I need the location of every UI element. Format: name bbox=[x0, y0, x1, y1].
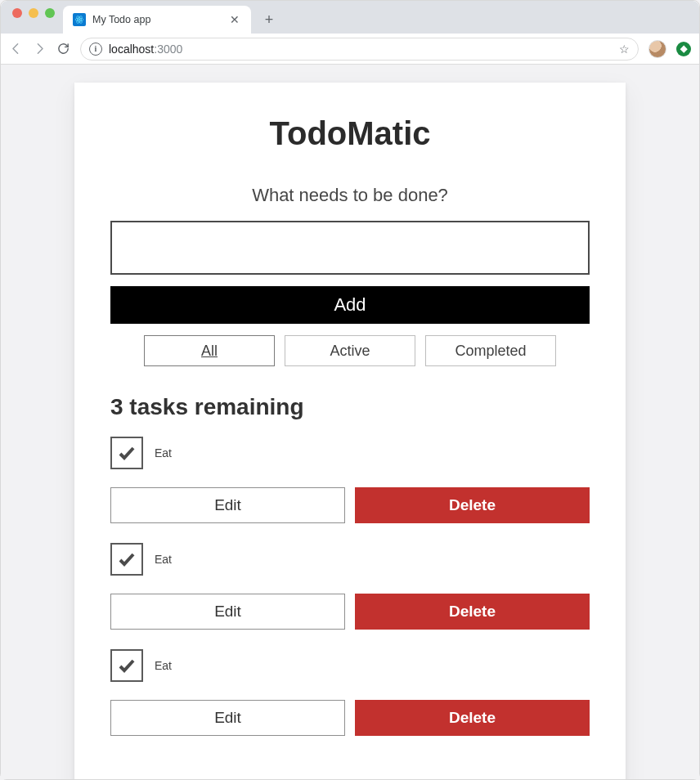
todo-item: Eat Edit Delete bbox=[110, 432, 590, 538]
edit-button[interactable]: Edit bbox=[110, 487, 345, 523]
tab-close-icon[interactable]: ✕ bbox=[228, 13, 241, 26]
edit-button[interactable]: Edit bbox=[110, 700, 345, 736]
profile-avatar-icon[interactable] bbox=[648, 40, 666, 58]
app-card: TodoMatic What needs to be done? Add All… bbox=[74, 83, 626, 779]
window-minimize-icon[interactable] bbox=[29, 8, 38, 18]
extension-icon[interactable]: ◆ bbox=[676, 42, 691, 56]
address-bar[interactable]: i localhost:3000 ☆ bbox=[80, 38, 639, 61]
delete-button[interactable]: Delete bbox=[355, 700, 590, 736]
forward-button[interactable] bbox=[33, 42, 47, 56]
window-close-icon[interactable] bbox=[12, 8, 22, 18]
todo-label: Eat bbox=[155, 553, 172, 566]
back-button[interactable] bbox=[9, 42, 23, 56]
svg-point-3 bbox=[79, 19, 80, 20]
todo-checkbox[interactable] bbox=[110, 649, 143, 682]
bookmark-star-icon[interactable]: ☆ bbox=[619, 43, 630, 56]
remaining-heading: 3 tasks remaining bbox=[110, 394, 590, 420]
window-zoom-icon[interactable] bbox=[45, 8, 55, 18]
todo-item: Eat Edit Delete bbox=[110, 644, 590, 751]
todo-checkbox[interactable] bbox=[110, 437, 143, 469]
delete-button[interactable]: Delete bbox=[355, 487, 590, 523]
filter-all[interactable]: All bbox=[144, 335, 275, 366]
browser-toolbar: i localhost:3000 ☆ ◆ bbox=[1, 34, 699, 65]
todo-label: Eat bbox=[155, 659, 172, 672]
todo-item: Eat Edit Delete bbox=[110, 538, 590, 644]
page-viewport: TodoMatic What needs to be done? Add All… bbox=[1, 65, 699, 779]
window-controls bbox=[9, 8, 63, 26]
filter-group: All Active Completed bbox=[110, 335, 590, 366]
add-button[interactable]: Add bbox=[110, 286, 590, 324]
filter-active[interactable]: Active bbox=[285, 335, 415, 366]
checkmark-icon bbox=[117, 656, 137, 675]
checkmark-icon bbox=[117, 443, 137, 463]
browser-window: My Todo app ✕ + i localhost:3000 ☆ ◆ Tod… bbox=[0, 0, 700, 780]
new-todo-input[interactable] bbox=[110, 221, 590, 275]
browser-tab[interactable]: My Todo app ✕ bbox=[63, 6, 251, 34]
tab-strip: My Todo app ✕ + bbox=[1, 1, 699, 34]
reload-button[interactable] bbox=[56, 42, 70, 56]
todo-label: Eat bbox=[155, 446, 172, 459]
new-tab-button[interactable]: + bbox=[258, 8, 280, 31]
checkmark-icon bbox=[117, 549, 137, 569]
todo-list: Eat Edit Delete Eat Edit bbox=[110, 432, 590, 751]
tab-title: My Todo app bbox=[92, 14, 222, 25]
site-info-icon[interactable]: i bbox=[89, 43, 102, 56]
react-favicon-icon bbox=[73, 13, 86, 26]
filter-completed[interactable]: Completed bbox=[425, 335, 556, 366]
edit-button[interactable]: Edit bbox=[110, 594, 345, 630]
todo-checkbox[interactable] bbox=[110, 543, 143, 576]
app-title: TodoMatic bbox=[110, 115, 590, 152]
input-prompt: What needs to be done? bbox=[110, 185, 590, 206]
address-text: localhost:3000 bbox=[109, 43, 182, 56]
delete-button[interactable]: Delete bbox=[355, 594, 590, 630]
